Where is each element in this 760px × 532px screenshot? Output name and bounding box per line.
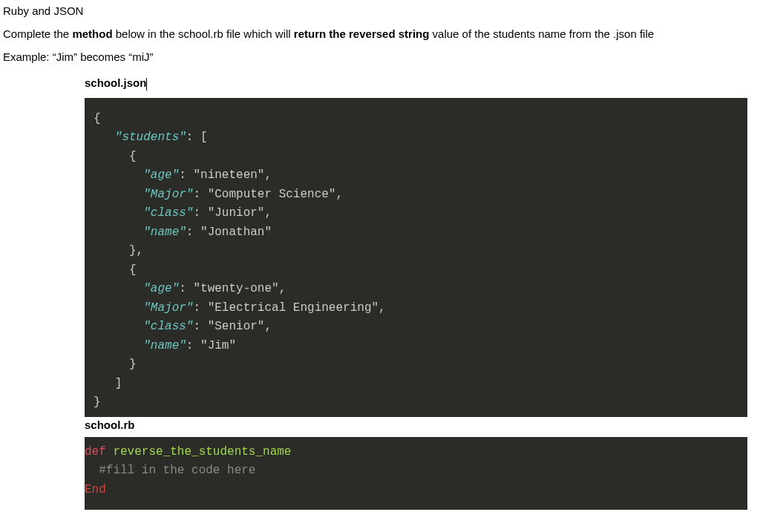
instruction-post: value of the students name from the .jso…: [429, 27, 654, 40]
ruby-function-name: reverse_the_students_name: [106, 445, 292, 459]
json-val: "nineteen": [193, 168, 264, 182]
instruction-bold-method: method: [72, 27, 112, 40]
json-val: "Junior": [208, 206, 265, 220]
json-val: "Senior": [208, 320, 265, 333]
json-val: "Jim": [200, 339, 236, 352]
instruction-bold-return: return the reversed string: [294, 27, 430, 40]
file-label-json-text: school.json: [85, 76, 146, 89]
example-text: Example: “Jim” becomes “miJ”: [0, 43, 760, 66]
json-key-students: "students": [115, 131, 186, 144]
json-val: "Electrical Engineering": [208, 301, 379, 315]
json-val: "Computer Science": [208, 188, 336, 201]
json-key-name: "name": [143, 226, 186, 239]
json-key-major: "Major": [143, 188, 193, 201]
json-key-name: "name": [143, 339, 186, 352]
page-title: Ruby and JSON: [0, 0, 760, 20]
file-label-rb: school.rb: [85, 418, 760, 431]
ruby-comment: #fill in the code here: [85, 464, 255, 477]
code-block-json: { "students": [ { "age": "nineteen", "Ma…: [85, 98, 747, 417]
json-key-age: "age": [143, 282, 179, 295]
json-key-class: "class": [143, 206, 193, 220]
text-cursor-icon: [146, 78, 147, 91]
instruction-mid: below in the school.rb file which will: [113, 27, 294, 40]
json-key-class: "class": [143, 320, 193, 333]
json-key-age: "age": [143, 168, 179, 182]
json-val: "twenty-one": [193, 282, 278, 295]
ruby-keyword-def: def: [85, 445, 106, 459]
file-label-json: school.json: [85, 76, 147, 91]
instruction-text: Complete the method below in the school.…: [0, 20, 760, 43]
code-block-ruby: def reverse_the_students_name #fill in t…: [85, 437, 747, 510]
json-val: "Jonathan": [200, 226, 272, 239]
instruction-pre: Complete the: [3, 27, 72, 40]
json-key-major: "Major": [143, 301, 193, 315]
ruby-keyword-end: End: [85, 483, 106, 496]
